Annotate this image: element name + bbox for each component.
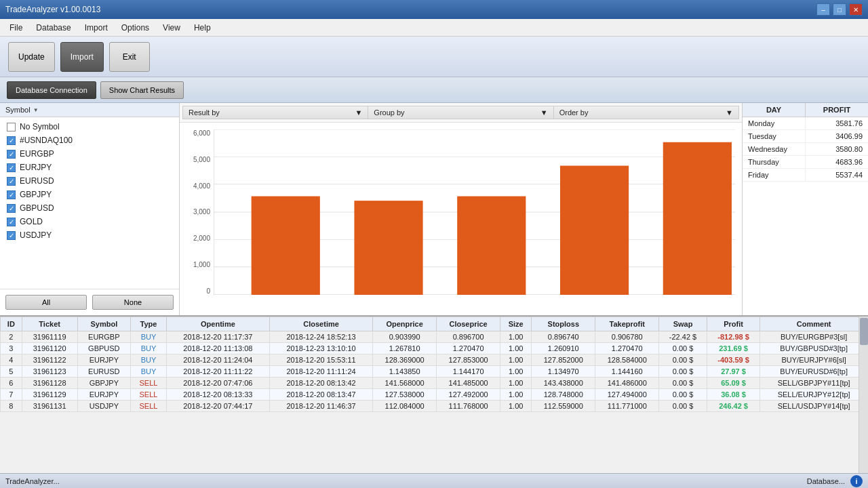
symbol-item-usdjpy[interactable]: ✓ USDJPY (0, 228, 179, 242)
rt-profit-thursday: 4683.96 (806, 156, 868, 168)
menubar: File Database Import Options View Help (0, 19, 868, 37)
tab-database-connection[interactable]: Database Connection (7, 81, 96, 99)
y-label-2000: 2,000 (183, 235, 210, 242)
th-closetime: Closetime (269, 317, 372, 331)
right-table-header: DAY PROFIT (743, 103, 868, 117)
th-swap: Swap (659, 317, 707, 331)
bar-wednesday (457, 197, 526, 295)
symbol-item-eurgbp[interactable]: ✓ EURGBP (0, 147, 179, 161)
order-by-arrow-icon: ▼ (726, 108, 733, 117)
scrollbar[interactable] (859, 317, 868, 473)
y-label-6000: 6,000 (183, 129, 210, 137)
upper-section: Symbol ▼ No Symbol ✓ #USNDAQ100 ✓ (0, 103, 868, 317)
table-row: 631961128GBPJPYSELL2018-12-20 07:47:0620… (1, 378, 868, 389)
right-row-tuesday: Tuesday 3406.99 (743, 130, 868, 143)
bar-monday (252, 197, 320, 295)
sidebar-header: Symbol ▼ (0, 103, 179, 117)
y-label-5000: 5,000 (183, 156, 210, 163)
checkbox-nosymbol[interactable] (7, 123, 16, 131)
symbol-item-usndaq100[interactable]: ✓ #USNDAQ100 (0, 134, 179, 147)
rt-day-thursday: Thursday (743, 156, 806, 168)
table-row: 331961120GBPUSDBUY2018-12-20 11:13:08201… (1, 343, 868, 354)
symbol-label-eurjpy: EURJPY (20, 163, 52, 172)
th-comment: Comment (760, 317, 868, 331)
table-row: 831961131USDJPYSELL2018-12-20 07:44:1720… (1, 401, 868, 412)
content-area: Symbol ▼ No Symbol ✓ #USNDAQ100 ✓ (0, 103, 868, 473)
toolbar: Update Import Exit (0, 37, 868, 77)
dropdown-arrow-icon: ▼ (33, 107, 39, 113)
scrollbar-thumb[interactable] (860, 318, 868, 345)
result-by-label: Result by (189, 108, 220, 117)
group-by-dropdown[interactable]: Group by ▼ (368, 106, 553, 119)
group-by-label: Group by (374, 108, 404, 117)
import-button[interactable]: Import (60, 42, 104, 72)
th-profit: Profit (707, 317, 760, 331)
close-button[interactable]: ✕ (849, 3, 863, 16)
table-row: 531961123EURUSDBUY2018-12-20 11:11:22201… (1, 366, 868, 378)
symbol-item-eurusd[interactable]: ✓ EURUSD (0, 174, 179, 188)
rt-profit-friday: 5537.44 (806, 169, 868, 181)
all-button[interactable]: All (5, 295, 87, 310)
symbol-item-eurjpy[interactable]: ✓ EURJPY (0, 161, 179, 174)
symbol-item-gbpjpy[interactable]: ✓ GBPJPY (0, 188, 179, 201)
symbol-label-usndaq100: #USNDAQ100 (20, 136, 73, 145)
symbol-label-gbpusd: GBPUSD (20, 203, 54, 213)
right-row-monday: Monday 3581.76 (743, 117, 868, 130)
checkbox-usdjpy[interactable]: ✓ (7, 231, 16, 240)
symbol-dropdown[interactable]: Symbol ▼ (5, 106, 39, 114)
order-by-label: Order by (559, 108, 589, 117)
table-row: 231961119EURGBPBUY2018-12-20 11:17:37201… (1, 331, 868, 343)
none-button[interactable]: None (92, 295, 174, 310)
result-by-dropdown[interactable]: Result by ▼ (182, 106, 368, 119)
table-row: 431961122EURJPYBUY2018-12-20 11:24:04201… (1, 354, 868, 366)
th-type: Type (131, 317, 167, 331)
checkbox-gbpusd[interactable]: ✓ (7, 204, 16, 213)
table-scroll-wrapper[interactable]: ID Ticket Symbol Type Opentime Closetime… (0, 317, 868, 473)
checkbox-eurusd[interactable]: ✓ (7, 177, 16, 186)
symbol-item-gold[interactable]: ✓ GOLD (0, 215, 179, 228)
symbol-label-usdjpy: USDJPY (20, 230, 52, 240)
chart-controls: Result by ▼ Group by ▼ Order by ▼ (180, 103, 742, 123)
y-axis-labels: 6,000 5,000 4,000 3,000 2,000 1,000 0 (183, 129, 210, 295)
app-title: TradeAnalyzer v1.00.0013 (5, 5, 100, 14)
rt-profit-wednesday: 3580.80 (806, 143, 868, 155)
symbol-list: No Symbol ✓ #USNDAQ100 ✓ EURGBP ✓ EURJPY (0, 117, 179, 289)
symbol-item-gbpusd[interactable]: ✓ GBPUSD (0, 201, 179, 215)
symbol-label-eurgbp: EURGBP (20, 149, 54, 159)
symbol-item-nosymbol[interactable]: No Symbol (0, 120, 179, 134)
table-row: 731961129EURJPYSELL2018-12-20 08:13:3320… (1, 389, 868, 401)
group-by-arrow-icon: ▼ (540, 108, 548, 117)
menu-import[interactable]: Import (78, 21, 115, 35)
status-icon: i (850, 475, 863, 487)
update-button[interactable]: Update (8, 42, 55, 72)
order-by-dropdown[interactable]: Order by ▼ (554, 106, 739, 119)
exit-button[interactable]: Exit (109, 42, 150, 72)
th-openprice: Openprice (373, 317, 437, 331)
rt-day-monday: Monday (743, 117, 806, 129)
result-by-arrow-icon: ▼ (355, 108, 362, 117)
menu-file[interactable]: File (3, 21, 29, 35)
menu-help[interactable]: Help (187, 21, 218, 35)
checkbox-eurjpy[interactable]: ✓ (7, 163, 16, 172)
menu-view[interactable]: View (156, 21, 187, 35)
checkbox-usndaq100[interactable]: ✓ (7, 136, 16, 145)
sidebar: Symbol ▼ No Symbol ✓ #USNDAQ100 ✓ (0, 103, 180, 315)
rt-profit-monday: 3581.76 (806, 117, 868, 129)
th-symbol: Symbol (77, 317, 131, 331)
table-body: 231961119EURGBPBUY2018-12-20 11:17:37201… (1, 331, 868, 412)
menu-database[interactable]: Database (29, 21, 77, 35)
checkbox-eurgbp[interactable]: ✓ (7, 150, 16, 159)
table-header-row: ID Ticket Symbol Type Opentime Closetime… (1, 317, 868, 331)
checkbox-gbpjpy[interactable]: ✓ (7, 190, 16, 199)
tab-show-chart-results[interactable]: Show Chart Results (100, 81, 184, 99)
y-label-4000: 4,000 (183, 182, 210, 190)
maximize-button[interactable]: □ (833, 3, 846, 16)
th-size: Size (500, 317, 532, 331)
chart-wrapper: 6,000 5,000 4,000 3,000 2,000 1,000 0 (180, 123, 742, 315)
minimize-button[interactable]: – (816, 3, 830, 16)
statusbar: TradeAnalyzer... Database... i (0, 473, 868, 488)
checkbox-gold[interactable]: ✓ (7, 218, 16, 226)
menu-options[interactable]: Options (115, 21, 156, 35)
right-row-wednesday: Wednesday 3580.80 (743, 143, 868, 156)
symbol-label-gold: GOLD (20, 217, 43, 226)
